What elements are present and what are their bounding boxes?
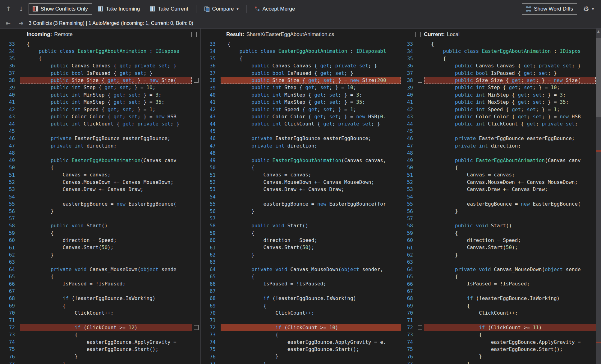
code-text: } <box>424 207 596 215</box>
show-conflicts-only-button[interactable]: Show Conflicts Only <box>29 3 92 15</box>
line-number: 67 <box>401 288 415 294</box>
code-text: public EasterEggAboutAnimation(Canvas ca… <box>221 157 401 164</box>
conflict-checkbox[interactable] <box>418 78 422 83</box>
code-line: 38 public Size Size { get; set; } = new … <box>0 77 200 84</box>
code-text: { <box>20 40 192 48</box>
code-line: 38 public Size Size { get; set; } = new … <box>401 77 596 84</box>
conflict-checkbox[interactable] <box>194 325 199 330</box>
line-number: 64 <box>201 266 221 272</box>
line-number: 53 <box>201 186 221 192</box>
take-incoming-button[interactable]: Take Incoming <box>94 3 144 15</box>
conflict-checkbox[interactable] <box>418 325 422 330</box>
line-number: 76 <box>201 354 221 360</box>
code-line: 65 { <box>201 273 401 280</box>
code-line: 35 { <box>401 55 596 62</box>
code-line: 44 public int ClickCount { get; private … <box>0 120 200 127</box>
code-text: easterEggBounce.Start(); <box>20 346 192 353</box>
compare-button[interactable]: Compare ▾ <box>200 3 243 15</box>
line-number: 34 <box>401 48 415 54</box>
line-number: 37 <box>201 70 221 76</box>
vertical-scrollbar[interactable]: ▲ <box>596 29 601 364</box>
code-text: } <box>221 353 401 360</box>
line-number: 52 <box>401 179 415 185</box>
code-line: 57 <box>401 215 596 222</box>
pane-title-value: Local <box>447 31 460 38</box>
line-number: 63 <box>0 259 20 265</box>
incoming-code-editor[interactable]: 33{34 public class EasterEggAboutAnimati… <box>0 40 200 364</box>
current-pane-checkbox[interactable] <box>415 32 421 37</box>
code-line: 71 <box>0 316 200 324</box>
take-current-button[interactable]: Take Current <box>146 3 192 15</box>
code-text: private void Canvas_MouseDown(object sen… <box>424 266 596 273</box>
code-text: private void Canvas_MouseDown(object sen… <box>221 266 401 273</box>
line-number: 62 <box>0 252 20 258</box>
code-line: 60 direction = Speed; <box>401 237 596 244</box>
code-line: 72 if (ClickCount >= 12) <box>0 324 200 331</box>
arrow-to-bar-left-icon: ⇤ <box>6 20 11 26</box>
arrow-to-bar-right-icon: ⇥ <box>19 20 23 26</box>
line-number: 38 <box>401 77 415 83</box>
code-text: Canvas.Start(50); <box>20 244 192 251</box>
code-line: 50 { <box>0 164 200 171</box>
code-line: 37 public bool IsPaused { get; set; } <box>401 70 596 77</box>
code-line: 75 easterEggBounce.Start(); <box>0 346 200 353</box>
line-number: 49 <box>201 157 221 163</box>
code-line: 53 Canvas.Draw += Canvas_Draw; <box>201 186 401 193</box>
code-text: public bool IsPaused { get; set; } <box>424 70 596 77</box>
code-line: 63 <box>201 258 401 266</box>
settings-button[interactable]: ⚙ ▾ <box>579 2 598 15</box>
code-text: public int MaxStep { get; set; } = 35; <box>424 98 596 106</box>
code-text: public Color Color { get; set; } = new H… <box>424 113 596 120</box>
code-line: 40 public int MinStep { get; set; } = 3; <box>0 91 200 98</box>
line-number: 39 <box>201 85 221 91</box>
code-line: 73 { <box>0 331 200 338</box>
code-text: private int direction; <box>424 142 596 149</box>
accept-merge-label: Accept Merge <box>263 6 295 12</box>
code-text: public Canvas Canvas { get; private set;… <box>20 62 192 69</box>
line-number: 34 <box>0 48 20 54</box>
show-word-diffs-button[interactable]: Show Word Diffs <box>522 3 577 15</box>
code-line: 52 Canvas.MouseDown += Canvas_MouseDown; <box>401 179 596 186</box>
go-to-last-conflict-button[interactable]: ⇥ <box>16 17 26 29</box>
code-text: { <box>424 302 596 309</box>
line-number: 36 <box>201 63 221 69</box>
line-number: 55 <box>401 201 415 207</box>
incoming-pane-checkbox[interactable] <box>191 32 197 37</box>
code-line: 60 direction = Speed; <box>0 237 200 244</box>
code-line: 39 public int Step { get; set; } = 10; <box>201 84 401 91</box>
next-conflict-button[interactable]: ↓ <box>16 3 27 15</box>
line-number: 51 <box>401 172 415 178</box>
code-line: 77 } <box>401 360 596 364</box>
code-text: public Canvas Canvas { get; private set;… <box>221 62 401 69</box>
code-text: if (!easterEggBounce.IsWorking) <box>424 295 596 302</box>
line-number: 70 <box>401 310 415 316</box>
code-text: public Size Size { get; set; } = new Siz… <box>221 77 401 84</box>
go-to-first-conflict-button[interactable]: ⇤ <box>3 17 13 29</box>
result-code-editor[interactable]: 33{34 public class EasterEggAboutAnimati… <box>201 40 401 364</box>
incoming-pane-header: Incoming: Remote <box>0 29 200 40</box>
scrollbar-conflict-mark <box>596 342 601 343</box>
scrollbar-up-arrow[interactable]: ▲ <box>596 29 601 34</box>
line-number: 46 <box>0 135 20 141</box>
code-line: 57 <box>201 215 401 222</box>
code-line: 69 { <box>0 302 200 309</box>
code-line: 46 private EasterEggBounce easterEggBoun… <box>401 135 596 142</box>
line-number: 54 <box>0 194 20 200</box>
incoming-pane: Incoming: Remote 33{34 public class East… <box>0 29 201 364</box>
code-text: public class EasterEggAboutAnimation : I… <box>424 48 596 55</box>
code-text: public int ClickCount { get; private set… <box>20 120 192 127</box>
current-code-editor[interactable]: 33{34 public class EasterEggAboutAnimati… <box>401 40 596 364</box>
code-line: 61 Canvas.Start(50); <box>0 244 200 251</box>
line-number: 37 <box>0 70 20 76</box>
scrollbar-thumb[interactable] <box>596 38 601 117</box>
code-line: 61 Canvas.Start(50); <box>401 244 596 251</box>
code-line: 48 <box>201 149 401 157</box>
code-line: 75 easterEggBounce.Start(); <box>201 346 401 353</box>
accept-merge-button[interactable]: Accept Merge <box>250 3 299 15</box>
code-line: 44 public int ClickCount { get; private … <box>401 120 596 127</box>
code-line: 53 Canvas.Draw += Canvas_Draw; <box>0 186 200 193</box>
take-current-label: Take Current <box>158 6 188 12</box>
conflict-checkbox[interactable] <box>194 78 199 83</box>
line-number: 67 <box>0 288 20 294</box>
previous-conflict-button[interactable]: ↑ <box>3 3 14 15</box>
